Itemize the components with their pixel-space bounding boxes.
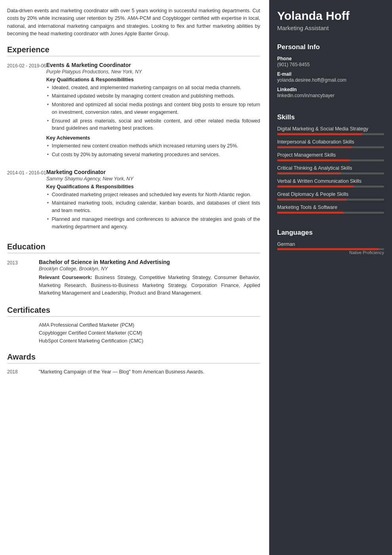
experience-item: 2016-02 - 2019-06 Events & Marketing Coo… [7,62,260,162]
list-item: Ensured all press materials, social and … [46,117,260,132]
languages-list: German Native Proficiency [277,241,384,255]
achievements-label: Key Achievements [46,135,260,141]
skill-name: Digital Marketing & Social Media Strateg… [277,126,384,132]
skill-bar-fill [277,172,341,174]
skill-item: Digital Marketing & Social Media Strateg… [277,126,384,135]
intro-text: Data-driven events and marketing coordin… [7,7,260,38]
language-level: Native Proficiency [277,250,384,255]
entry-company: Purple Platypus Productions, New York, N… [46,69,260,75]
candidate-title: Marketing Assistant [277,25,384,31]
skill-bar-bg [277,133,384,135]
skill-item: Marketing Tools & Software [277,205,384,214]
list-item: Planned and managed meetings and confere… [46,216,260,231]
skill-name: Project Management Skills [277,152,384,158]
skill-bar-fill [277,159,350,161]
entry-company: Sammy Shaymu Agency, New York, NY [46,176,260,182]
award-date: 2018 [7,369,39,375]
education-item: 2013 Bachelor of Science in Marketing An… [7,259,260,297]
skill-name: Critical Thinking & Analytical Skills [277,165,384,171]
linkedin-label: LinkedIn [277,87,384,92]
email-value: yolanda.desiree.hoff@gmail.com [277,77,384,83]
personal-info-title: Personal Info [277,43,384,52]
skill-bar-fill [277,212,343,214]
list-item: Coordinated marketing project releases a… [46,191,260,199]
skill-name: Great Diplomacy & People Skills [277,191,384,197]
phone-label: Phone [277,56,384,61]
qualifications-list: Coordinated marketing project releases a… [46,191,260,231]
list-item: Implemented new content creation methods… [46,142,260,150]
list-item: Maintained marketing tools, including ca… [46,199,260,214]
entry-title: Events & Marketing Coordinator [46,62,260,68]
experience-section: Experience 2016-02 - 2019-06 Events & Ma… [7,45,260,234]
list-item: AMA Professional Certified Marketer (PCM… [39,322,260,328]
qualifications-label: Key Qualifications & Responsibilities [46,184,260,189]
education-list: 2013 Bachelor of Science in Marketing An… [7,259,260,297]
skill-name: Interpersonal & Collaboration Skills [277,139,384,145]
list-item: Maintained updated website by managing c… [46,92,260,100]
language-bar-bg [277,248,384,250]
entry-title: Marketing Coordinator [46,169,260,175]
left-column: Data-driven events and marketing coordin… [0,0,269,555]
skill-bar-fill [277,186,354,188]
certificates-title: Certificates [7,306,260,317]
experience-list: 2016-02 - 2019-06 Events & Marketing Coo… [7,62,260,234]
skill-item: Great Diplomacy & People Skills [277,191,384,201]
experience-item: 2014-01 - 2016-01 Marketing Coordinator … [7,169,260,234]
entry-date: 2016-02 - 2019-06 [7,62,46,162]
skill-bar-bg [277,159,384,161]
qualifications-list: Ideated, created, and implemented market… [46,84,260,132]
email-label: E-mail [277,71,384,77]
skill-item: Interpersonal & Collaboration Skills [277,139,384,148]
list-item: HubSpot Content Marketing Certification … [39,338,260,344]
entry-date: 2013 [7,259,39,297]
skill-bar-bg [277,146,384,148]
entry-title: Bachelor of Science in Marketing And Adv… [39,259,260,265]
languages-section: Languages German Native Proficiency [269,223,392,264]
language-bar-fill [277,248,379,250]
education-section: Education 2013 Bachelor of Science in Ma… [7,242,260,297]
entry-content: Events & Marketing Coordinator Purple Pl… [46,62,260,162]
skill-bar-bg [277,212,384,214]
skill-bar-bg [277,172,384,174]
awards-list: 2018 "Marketing Campaign of the Year — B… [7,369,260,375]
languages-title: Languages [277,229,384,237]
skills-title: Skills [277,113,384,122]
education-title: Education [7,242,260,253]
skill-bar-bg [277,186,384,188]
phone-value: (901) 765-8455 [277,62,384,67]
entry-school: Brooklyn College, Brooklyn, NY [39,266,260,272]
skill-bar-fill [277,199,347,201]
skills-list: Digital Marketing & Social Media Strateg… [277,126,384,214]
coursework-label: Relevant Coursework: [39,275,92,280]
skills-section: Skills Digital Marketing & Social Media … [269,108,392,223]
skill-name: Verbal & Written Communication Skills [277,178,384,184]
award-item: 2018 "Marketing Campaign of the Year — B… [7,369,260,375]
skill-name: Marketing Tools & Software [277,205,384,210]
skill-bar-bg [277,199,384,201]
list-item: Monitored and optimized all social media… [46,101,260,116]
language-item: German Native Proficiency [277,241,384,255]
personal-info-section: Personal Info Phone (901) 765-8455 E-mai… [269,38,392,108]
skill-item: Project Management Skills [277,152,384,161]
awards-section: Awards 2018 "Marketing Campaign of the Y… [7,352,260,375]
right-column: Yolanda Hoff Marketing Assistant Persona… [269,0,392,555]
entry-date: 2014-01 - 2016-01 [7,169,46,234]
list-item: Copyblogger Certified Content Marketer (… [39,330,260,336]
experience-title: Experience [7,45,260,56]
skill-bar-fill [277,133,363,135]
cert-list: AMA Professional Certified Marketer (PCM… [7,322,260,344]
awards-title: Awards [7,352,260,364]
entry-content: Bachelor of Science in Marketing And Adv… [39,259,260,297]
entry-content: Marketing Coordinator Sammy Shaymu Agenc… [46,169,260,234]
skill-item: Critical Thinking & Analytical Skills [277,165,384,174]
linkedin-value: linkedin.com/in/nancybayer [277,93,384,98]
skill-item: Verbal & Written Communication Skills [277,178,384,188]
list-item: Ideated, created, and implemented market… [46,84,260,92]
achievements-list: Implemented new content creation methods… [46,142,260,159]
skill-bar-fill [277,146,352,148]
qualifications-label: Key Qualifications & Responsibilities [46,77,260,82]
right-header: Yolanda Hoff Marketing Assistant [269,0,392,38]
list-item: Cut costs by 20% by automating several m… [46,151,260,159]
language-name: German [277,241,384,247]
certificates-section: Certificates AMA Professional Certified … [7,306,260,344]
